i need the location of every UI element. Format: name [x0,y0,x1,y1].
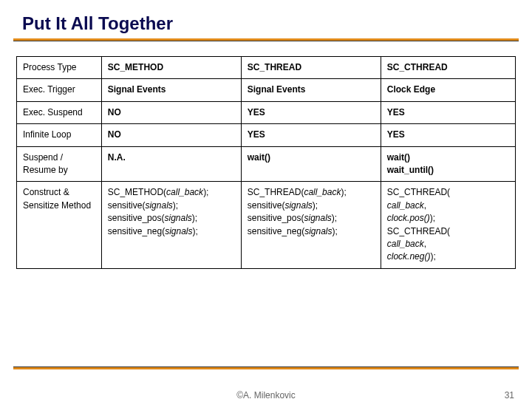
cell: Signal Events [101,79,241,101]
cell-code: SC_METHOD(call_back);sensitive(signals);… [101,182,241,268]
cell: NO [101,101,241,123]
cell: Signal Events [241,79,381,101]
row-construct-label: Construct & Sensitize Method [17,182,102,268]
header-sc-method: SC_METHOD [101,57,241,79]
cell: Clock Edge [381,79,515,101]
table-row: Exec. Trigger Signal Events Signal Event… [17,79,516,101]
table-row: Process Type SC_METHOD SC_THREAD SC_CTHR… [17,57,516,79]
cell: YES [381,101,515,123]
cell: wait() [241,146,381,182]
header-sc-cthread: SC_CTHREAD [381,57,515,79]
footer-rule [13,366,519,369]
comparison-table-wrap: Process Type SC_METHOD SC_THREAD SC_CTHR… [0,41,532,269]
row-exec-suspend-label: Exec. Suspend [17,101,102,123]
cell-code: SC_THREAD(call_back);sensitive(signals);… [241,182,381,268]
table-row: Exec. Suspend NO YES YES [17,101,516,123]
cell: YES [241,101,381,123]
footer-author: ©A. Milenkovic [236,390,296,399]
table-row: Suspend / Resume by N.A. wait() wait()wa… [17,146,516,182]
cell: NO [101,124,241,146]
footer-page-number: 31 [505,390,514,399]
table-row: Construct & Sensitize Method SC_METHOD(c… [17,182,516,268]
cell: YES [241,124,381,146]
cell-multiline: wait()wait_until() [381,146,515,182]
cell-code: SC_CTHREAD(call_back,clock.pos());SC_CTH… [381,182,515,268]
table-row: Infinite Loop NO YES YES [17,124,516,146]
slide-title: Put It All Together [0,0,532,38]
header-sc-thread: SC_THREAD [241,57,381,79]
cell: YES [381,124,515,146]
row-exec-trigger-label: Exec. Trigger [17,79,102,101]
header-process-type: Process Type [17,57,102,79]
footer-rule-orange [13,367,519,369]
comparison-table: Process Type SC_METHOD SC_THREAD SC_CTHR… [16,56,516,269]
cell: N.A. [101,146,241,182]
row-suspend-resume-label: Suspend / Resume by [17,146,102,182]
row-infinite-loop-label: Infinite Loop [17,124,102,146]
